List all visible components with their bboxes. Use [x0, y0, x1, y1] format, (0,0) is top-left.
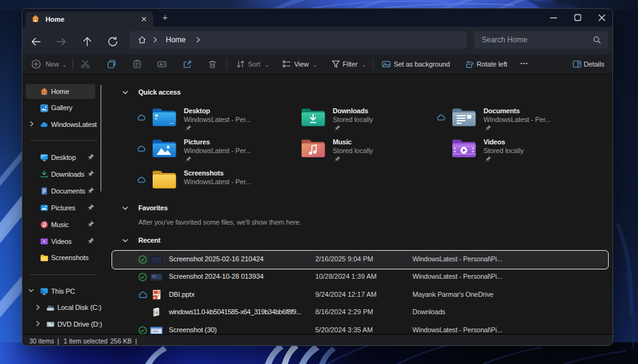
- svg-text:P: P: [154, 296, 156, 299]
